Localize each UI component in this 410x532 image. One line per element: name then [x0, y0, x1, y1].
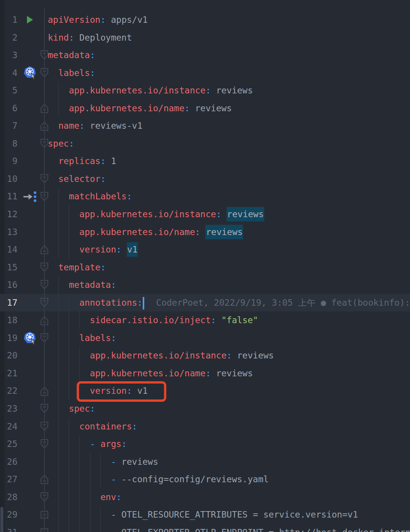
- code-line[interactable]: 16 metadata:: [0, 276, 410, 294]
- line-number[interactable]: 28: [0, 488, 17, 506]
- token-key: sidecar.istio.io/inject: [90, 315, 211, 325]
- line-number[interactable]: 23: [0, 400, 17, 418]
- token-key: spec: [48, 139, 69, 148]
- code-line[interactable]: 13 app.kubernetes.io/name: reviews: [0, 223, 410, 241]
- line-number[interactable]: 6: [0, 99, 17, 117]
- line-number[interactable]: 12: [0, 205, 17, 223]
- token-punct: :: [111, 280, 116, 290]
- code-line[interactable]: 11 matchLabels:: [0, 188, 410, 205]
- token-key: app.kubernetes.io/name: [79, 227, 195, 237]
- code-line[interactable]: 24 containers:: [0, 418, 410, 436]
- code-line[interactable]: 22 version: v1: [0, 382, 410, 400]
- code-text: labels:: [48, 64, 95, 82]
- code-line[interactable]: 5 app.kubernetes.io/instance: reviews: [0, 82, 410, 99]
- code-text: - OTEL_EXPORTER_OTLP_ENDPOINT = http://h…: [48, 524, 410, 532]
- code-text: - args:: [48, 435, 127, 453]
- token-key: version: [79, 245, 116, 254]
- line-number[interactable]: 14: [0, 241, 17, 259]
- code-line[interactable]: 1apiVersion: apps/v1: [0, 11, 410, 29]
- token-punct: :: [195, 227, 200, 237]
- code-line[interactable]: 2kind: Deployment: [0, 29, 410, 47]
- editor[interactable]: 1apiVersion: apps/v12kind: Deployment3me…: [0, 0, 410, 532]
- token-punct: :: [90, 404, 95, 414]
- code-line[interactable]: 31 - OTEL_EXPORTER_OTLP_ENDPOINT = http:…: [0, 524, 410, 532]
- line-number[interactable]: 21: [0, 365, 17, 382]
- code-line[interactable]: 20 app.kubernetes.io/instance: reviews: [0, 347, 410, 365]
- line-number[interactable]: 3: [0, 46, 17, 64]
- token-key: spec: [69, 404, 90, 414]
- code-line[interactable]: 14 version: v1: [0, 241, 410, 259]
- line-number[interactable]: 22: [0, 382, 17, 400]
- line-number[interactable]: 25: [0, 435, 17, 453]
- caret-position-marker-icon[interactable]: [22, 190, 37, 204]
- line-number[interactable]: 17: [0, 294, 17, 312]
- line-number[interactable]: 4: [0, 64, 17, 82]
- line-number[interactable]: 15: [0, 259, 17, 276]
- code-line[interactable]: 4 labels:: [0, 64, 410, 82]
- code-line[interactable]: 3metadata:: [0, 46, 410, 64]
- line-number[interactable]: 9: [0, 152, 17, 170]
- code-line[interactable]: 26 - reviews: [0, 453, 410, 471]
- code-line[interactable]: 19 labels:: [0, 329, 410, 347]
- line-number[interactable]: 11: [0, 188, 17, 205]
- token-val: --config=config/reviews.yaml: [121, 474, 269, 484]
- code-text: metadata:: [48, 46, 95, 64]
- code-text: containers:: [48, 418, 137, 436]
- code-text: labels:: [48, 329, 116, 347]
- code-text: - --config=config/reviews.yaml: [48, 470, 269, 488]
- token-punct: :: [90, 68, 95, 78]
- line-number[interactable]: 16: [0, 276, 17, 294]
- token-val: reviews: [211, 368, 253, 378]
- line-number[interactable]: 1: [0, 11, 17, 29]
- line-number[interactable]: 24: [0, 418, 17, 436]
- token-punct: :: [100, 156, 106, 166]
- token-val: [200, 227, 206, 237]
- code-line[interactable]: 27 - --config=config/reviews.yaml: [0, 470, 410, 488]
- gutter-icon-slot: [22, 188, 37, 205]
- code-line[interactable]: 10 selector:: [0, 170, 410, 188]
- token-punct: :: [116, 492, 121, 502]
- code-text: selector:: [48, 170, 106, 188]
- code-line[interactable]: 23 spec:: [0, 400, 410, 418]
- code-line[interactable]: 29 - OTEL_RESOURCE_ATTRIBUTES = service.…: [0, 506, 410, 524]
- token-punct: :: [184, 103, 190, 113]
- code-line[interactable]: 18 sidecar.istio.io/inject: "false": [0, 311, 410, 329]
- kubernetes-icon[interactable]: [23, 331, 36, 345]
- line-number[interactable]: 8: [0, 135, 17, 153]
- code-line[interactable]: 21 app.kubernetes.io/name: reviews: [0, 365, 410, 382]
- kubernetes-icon[interactable]: [23, 66, 36, 80]
- token-punct: :: [100, 174, 106, 184]
- line-number[interactable]: 5: [0, 82, 17, 99]
- line-number[interactable]: 18: [0, 311, 17, 329]
- token-hl: v1: [127, 242, 138, 257]
- scrollbar-thumb[interactable]: [0, 507, 3, 532]
- token-val: reviews: [121, 457, 158, 467]
- code-line[interactable]: 25 - args:: [0, 435, 410, 453]
- code-text: app.kubernetes.io/instance: reviews: [48, 347, 274, 365]
- code-text: spec:: [48, 135, 74, 153]
- line-number[interactable]: 2: [0, 29, 17, 47]
- code-line[interactable]: 8spec:: [0, 135, 410, 153]
- line-number[interactable]: 19: [0, 329, 17, 347]
- code-line[interactable]: 7 name: reviews-v1: [0, 117, 410, 135]
- code-line[interactable]: 9 replicas: 1: [0, 152, 410, 170]
- line-number[interactable]: 13: [0, 223, 17, 241]
- code-text: name: reviews-v1: [48, 117, 142, 135]
- token-punct: :: [121, 439, 127, 449]
- line-number[interactable]: 10: [0, 170, 17, 188]
- token-key: replicas: [58, 156, 101, 166]
- run-button-icon[interactable]: [25, 15, 34, 25]
- code-line[interactable]: 17 annotations:CoderPoet, 2022/9/19, 3:0…: [0, 294, 410, 312]
- line-number[interactable]: 20: [0, 347, 17, 365]
- code-line[interactable]: 12 app.kubernetes.io/instance: reviews: [0, 205, 410, 223]
- code-line[interactable]: 6 app.kubernetes.io/name: reviews: [0, 99, 410, 117]
- line-number[interactable]: 27: [0, 470, 17, 488]
- code-line[interactable]: 28 env:: [0, 488, 410, 506]
- token-punct: :: [216, 209, 221, 219]
- code-line[interactable]: 15 template:: [0, 259, 410, 276]
- token-key: app.kubernetes.io/instance: [69, 85, 205, 95]
- line-number[interactable]: 26: [0, 453, 17, 471]
- code-text: kind: Deployment: [48, 29, 132, 47]
- token-key: annotations: [79, 298, 137, 308]
- line-number[interactable]: 7: [0, 117, 17, 135]
